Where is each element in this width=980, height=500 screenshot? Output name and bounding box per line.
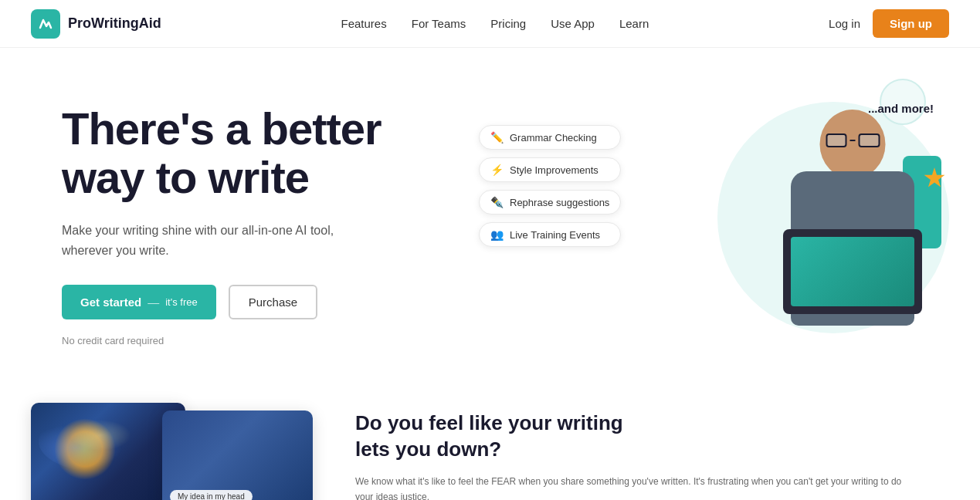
hero-title: There's a better way to write	[62, 104, 463, 203]
nav-links: Features For Teams Pricing Use App Learn	[341, 17, 649, 31]
second-content: Do you feel like your writing lets you d…	[355, 403, 918, 500]
style-icon: ⚡	[490, 164, 504, 176]
navbar: ProWritingAid Features For Teams Pricing…	[0, 0, 980, 48]
purchase-button[interactable]: Purchase	[229, 285, 317, 319]
separator: —	[148, 296, 159, 309]
second-image: My idea in my head	[162, 410, 313, 500]
signup-button[interactable]: Sign up	[873, 9, 949, 38]
nav-use-app[interactable]: Use App	[551, 17, 595, 30]
hero-section: There's a better way to write Make your …	[0, 48, 980, 387]
logo-link[interactable]: ProWritingAid	[31, 9, 161, 39]
get-started-button[interactable]: Get started — it's free	[62, 285, 216, 319]
hero-illustration: ✏️ Grammar Checking ⚡ Style Improvements…	[463, 79, 949, 372]
pill-style: ⚡ Style Improvements	[479, 157, 621, 182]
second-body-text: We know what it's like to feel the FEAR …	[355, 474, 918, 500]
nav-pricing[interactable]: Pricing	[490, 17, 526, 30]
logo-icon	[31, 9, 60, 39]
pill-training: 👥 Live Training Events	[479, 222, 621, 247]
hero-content: There's a better way to write Make your …	[62, 104, 463, 347]
nav-for-teams[interactable]: For Teams	[412, 17, 466, 30]
hero-buttons: Get started — it's free Purchase	[62, 285, 463, 319]
free-label: it's free	[165, 296, 198, 308]
glasses-right	[859, 133, 880, 147]
no-credit-text: No credit card required	[62, 335, 463, 346]
person-laptop	[783, 229, 922, 314]
nav-actions: Log in Sign up	[829, 9, 949, 38]
get-started-label: Get started	[80, 296, 141, 309]
laptop-screen	[791, 237, 914, 306]
nav-learn[interactable]: Learn	[619, 17, 649, 30]
person-head	[820, 110, 886, 179]
glasses-left	[826, 133, 846, 147]
person-illustration	[771, 110, 934, 372]
nav-features[interactable]: Features	[341, 17, 387, 30]
glasses-bridge	[849, 140, 856, 141]
image-stack: My idea in my head	[31, 403, 309, 500]
feature-pills: ✏️ Grammar Checking ⚡ Style Improvements…	[479, 125, 621, 247]
pill-rephrase: ✒️ Rephrase suggestions	[479, 190, 621, 215]
logo-text: ProWritingAid	[68, 15, 161, 32]
rephrase-icon: ✒️	[490, 196, 504, 208]
person-glasses	[826, 134, 880, 147]
hero-subtitle: Make your writing shine with our all-in-…	[62, 221, 355, 260]
my-idea-tag: My idea in my head	[170, 490, 253, 500]
pill-grammar: ✏️ Grammar Checking	[479, 125, 621, 150]
login-link[interactable]: Log in	[829, 17, 860, 30]
training-icon: 👥	[490, 228, 504, 241]
second-section: My idea in my head Do you feel like your…	[0, 387, 980, 500]
grammar-icon: ✏️	[490, 131, 504, 144]
and-more-text: ...and more!	[868, 102, 934, 115]
second-title: Do you feel like your writing lets you d…	[355, 410, 918, 463]
